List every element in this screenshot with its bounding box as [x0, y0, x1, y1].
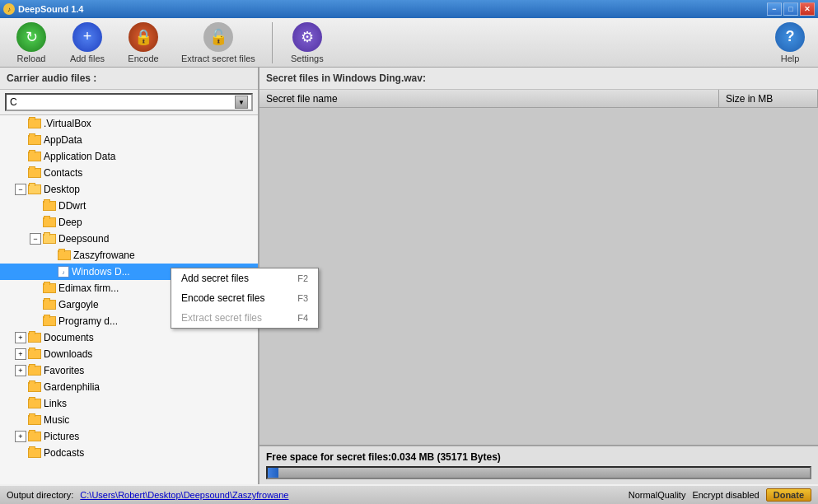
context-label: Extract secret files — [181, 312, 262, 324]
minimize-button[interactable]: − — [767, 2, 782, 16]
tree-label: Deepsound — [58, 233, 109, 245]
folder-icon — [43, 283, 56, 293]
extract-icon: 🔓 — [203, 22, 233, 52]
encrypt-label: Encrypt disabled — [692, 490, 759, 500]
expand-icon[interactable]: + — [15, 332, 26, 343]
context-item-add-secret[interactable]: Add secret filesF2 — [171, 268, 318, 288]
donate-button[interactable]: Donate — [766, 488, 811, 502]
add-files-button[interactable]: + Add files — [63, 19, 112, 67]
folder-icon — [28, 432, 41, 441]
folder-icon — [28, 349, 41, 359]
tree-item-zaszyfrowane[interactable]: Zaszyfrowane — [0, 247, 258, 264]
expand-icon[interactable]: + — [15, 365, 26, 376]
reload-button[interactable]: ↻ Reload — [7, 19, 56, 67]
encode-button[interactable]: 🔒 Encode — [119, 19, 168, 67]
tree-item-pictures[interactable]: +Pictures — [0, 428, 258, 445]
tree-label: Favorites — [44, 365, 84, 376]
right-panel-header: Secret files in Windows Ding.wav: — [259, 68, 818, 90]
col-name-header: Secret file name — [259, 90, 719, 107]
shortcut-label: F2 — [297, 273, 308, 283]
folder-icon — [28, 119, 41, 128]
right-panel: Secret files in Windows Ding.wav: Secret… — [259, 68, 818, 484]
file-icon: ♪ — [58, 266, 69, 278]
folder-icon — [58, 250, 71, 260]
quality-label: NormalQuality — [629, 490, 686, 500]
folder-open-icon — [28, 184, 41, 194]
dropdown-arrow-icon: ▼ — [235, 96, 248, 109]
tree-label: Edimax firm... — [58, 282, 119, 294]
tree-item-gardenphilia[interactable]: Gardenphilia — [0, 379, 258, 395]
expand-icon[interactable]: − — [15, 184, 26, 195]
close-button[interactable]: ✕ — [800, 2, 815, 16]
context-label: Encode secret files — [181, 292, 264, 304]
progress-fill — [268, 468, 278, 478]
col-size-header: Size in MB — [719, 90, 818, 107]
settings-button[interactable]: ⚙ Settings — [283, 19, 332, 67]
folder-icon — [28, 366, 41, 376]
tree-label: Pictures — [44, 431, 79, 442]
left-panel-header: Carrier audio files : — [0, 68, 258, 90]
extract-button[interactable]: 🔓 Extract secret files — [175, 19, 262, 67]
tree-item-contacts[interactable]: Contacts — [0, 165, 258, 181]
folder-icon — [28, 399, 41, 408]
tree-item-deepsound[interactable]: −Deepsound — [0, 231, 258, 247]
tree-label: Gardenphilia — [44, 381, 100, 393]
folder-icon — [28, 415, 41, 425]
title-bar-left: ♪ DeepSound 1.4 — [3, 3, 83, 15]
help-icon: ? — [775, 22, 805, 52]
shortcut-label: F4 — [297, 313, 308, 323]
tree-item-appdata[interactable]: AppData — [0, 132, 258, 148]
tree-label: Desktop — [44, 184, 80, 195]
folder-icon — [28, 135, 41, 145]
help-button[interactable]: ? Help — [769, 19, 811, 67]
free-space-progress-bar — [266, 466, 811, 479]
folder-icon — [43, 300, 56, 310]
tree-item-links[interactable]: Links — [0, 395, 258, 412]
drive-dropdown[interactable]: C ▼ — [5, 93, 253, 111]
tree-item-ddwrt[interactable]: DDwrt — [0, 198, 258, 214]
tree-item-deep[interactable]: Deep — [0, 214, 258, 231]
main-content: Carrier audio files : C ▼ .VirtualBoxApp… — [0, 68, 818, 484]
folder-icon — [43, 316, 56, 326]
maximize-button[interactable]: □ — [783, 2, 798, 16]
expand-icon[interactable]: − — [30, 233, 41, 245]
status-bar: Output directory: C:\Users\Robert\Deskto… — [0, 484, 818, 504]
tree-item-appdata2[interactable]: Application Data — [0, 148, 258, 165]
tree-item-downloads[interactable]: +Downloads — [0, 346, 258, 362]
expand-icon[interactable]: + — [15, 348, 26, 360]
folder-icon — [28, 448, 41, 458]
folder-icon — [28, 152, 41, 161]
encode-label: Encode — [128, 54, 158, 63]
tree-item-music[interactable]: Music — [0, 412, 258, 428]
context-label: Add secret files — [181, 273, 249, 284]
tree-label: Links — [44, 398, 67, 409]
encode-icon: 🔒 — [129, 22, 158, 52]
folder-icon — [28, 333, 41, 343]
tree-item-virtualbox[interactable]: .VirtualBox — [0, 115, 258, 132]
tree-item-documents[interactable]: +Documents — [0, 329, 258, 346]
table-header: Secret file name Size in MB — [259, 90, 818, 108]
settings-icon: ⚙ — [292, 22, 322, 52]
status-right: NormalQuality Encrypt disabled Donate — [629, 488, 811, 502]
tree-label: Podcasts — [44, 447, 84, 459]
free-space-section: Free space for secret files:0.034 MB (35… — [259, 445, 818, 484]
tree-label: Programy d... — [58, 315, 118, 327]
tree-item-desktop[interactable]: −Desktop — [0, 181, 258, 198]
output-dir-path[interactable]: C:\Users\Robert\Desktop\Deepsound\Zaszyf… — [80, 490, 288, 500]
extract-label: Extract secret files — [181, 54, 255, 63]
toolbar-separator — [272, 22, 273, 63]
context-item-encode-secret[interactable]: Encode secret filesF3 — [171, 288, 318, 308]
tree-item-favorites[interactable]: +Favorites — [0, 362, 258, 379]
tree-item-podcasts[interactable]: Podcasts — [0, 445, 258, 461]
settings-label: Settings — [291, 54, 324, 63]
app-title: DeepSound 1.4 — [18, 4, 83, 14]
drive-value: C — [10, 96, 17, 108]
free-space-text: Free space for secret files:0.034 MB (35… — [266, 451, 811, 463]
app-icon: ♪ — [3, 3, 15, 15]
tree-label: Gargoyle — [58, 299, 99, 310]
reload-icon: ↻ — [16, 22, 46, 52]
expand-icon[interactable]: + — [15, 431, 26, 442]
add-files-label: Add files — [70, 54, 105, 63]
tree-label: Music — [44, 414, 69, 426]
reload-label: Reload — [17, 54, 46, 63]
